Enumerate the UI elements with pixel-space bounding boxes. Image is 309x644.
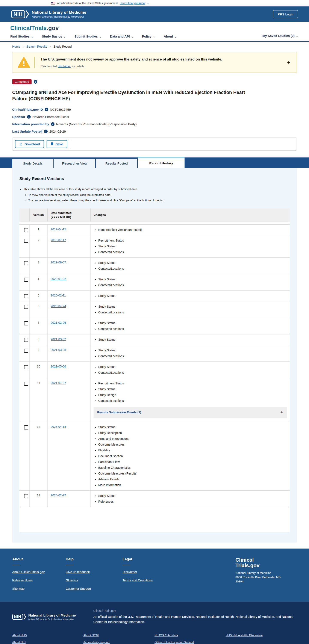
changes-list: Study StatusContacts/Locations — [94, 277, 287, 288]
arrow-right-icon: → — [296, 34, 299, 38]
footer-link[interactable]: Customer Support — [66, 587, 122, 590]
info-icon[interactable]: i — [27, 115, 31, 119]
tab-study-details[interactable]: Study Details — [12, 159, 54, 168]
footer-link[interactable]: Site Map — [12, 587, 66, 590]
nih-logo[interactable]: NIH National Library of Medicine Nationa… — [12, 613, 93, 620]
chevron-down-icon[interactable]: ⌄ — [147, 2, 149, 5]
sub-footer-link[interactable]: About NCBI — [84, 634, 155, 637]
divider — [66, 565, 74, 565]
table-row: 7 2021-02-26 Study StatusContacts/Locati… — [19, 318, 290, 334]
sub-footer-link[interactable]: About NIH — [12, 640, 84, 644]
disclaimer-title: The U.S. government does not review or a… — [40, 57, 222, 61]
version-date-link[interactable]: 2019-04-15 — [51, 228, 66, 231]
version-date-link[interactable]: 2021-07-07 — [51, 381, 66, 385]
record-history-panel: Study Record Versions This table shows a… — [12, 168, 297, 542]
table-row: 5 2020-02-11 Study Status — [19, 290, 290, 301]
footer-link[interactable]: Release Notes — [12, 578, 66, 582]
compare-checkbox[interactable] — [24, 382, 28, 386]
version-date-link[interactable]: 2020-01-22 — [51, 277, 66, 280]
nih-logo[interactable]: NIH National Library of Medicine Nationa… — [11, 10, 86, 18]
change-item: Contacts/Locations — [98, 370, 287, 375]
nav-menu-item[interactable]: About — [164, 34, 176, 38]
breadcrumb-separator: > — [49, 45, 51, 48]
nlm-link[interactable]: National Library of Medicine — [236, 615, 274, 618]
compare-checkbox[interactable] — [24, 239, 28, 243]
meta-label: Information provided by — [12, 122, 49, 126]
expand-banner-button[interactable]: + — [287, 60, 290, 66]
version-date-link[interactable]: 2021-03-25 — [51, 348, 66, 352]
breadcrumb-home-link[interactable]: Home — [12, 45, 20, 48]
nav-menu-item[interactable]: Find Studies — [10, 34, 33, 38]
save-button[interactable]: Save — [46, 140, 67, 148]
footer-link[interactable]: Disclaimer — [122, 570, 176, 574]
nih-link[interactable]: National Institutes of Health — [196, 615, 234, 618]
version-date-link[interactable]: 2023-04-18 — [51, 425, 66, 428]
version-date-link[interactable]: 2021-02-26 — [51, 321, 66, 324]
tab-researcher-view[interactable]: Researcher View — [54, 159, 95, 168]
tab-results-posted[interactable]: Results Posted — [96, 159, 137, 168]
compare-checkbox[interactable] — [24, 338, 28, 342]
version-date-link[interactable]: 2021-05-06 — [51, 365, 66, 368]
sub-footer-link[interactable]: HHS Vulnerability Disclosure — [226, 634, 297, 637]
compare-checkbox[interactable] — [24, 426, 28, 430]
compare-checkbox[interactable] — [24, 261, 28, 265]
results-submission-events-accordion[interactable]: Results Submission Events (1) + — [94, 407, 287, 418]
change-item: Recruitment Status — [98, 381, 287, 386]
disclaimer-link[interactable]: disclaimer — [58, 64, 71, 68]
version-date-link[interactable]: 2020-02-11 — [51, 294, 66, 297]
table-row: 9 2021-03-25 Study StatusContacts/Locati… — [19, 345, 290, 362]
prs-login-button[interactable]: PRS Login — [273, 10, 298, 18]
header-changes: Changes — [90, 208, 290, 222]
how-you-know-link[interactable]: Here's how you know — [120, 2, 145, 5]
sub-footer-link[interactable]: No FEAR Act data — [154, 634, 226, 637]
compare-checkbox[interactable] — [24, 365, 28, 369]
version-date-link[interactable]: 2020-04-24 — [51, 304, 66, 308]
info-icon[interactable]: i — [34, 80, 37, 84]
footer-link[interactable]: About ClinicalTrials.gov — [12, 570, 66, 574]
change-item: References — [98, 500, 287, 504]
footer-link[interactable]: Glossary — [66, 578, 122, 582]
version-date-link[interactable]: 2019-08-07 — [51, 261, 66, 264]
disclaimer-text-block: The U.S. government does not review or a… — [40, 57, 222, 68]
sub-footer-link-col: No FEAR Act dataOffice of the Inspector … — [154, 634, 226, 644]
disclaimer-body-suffix: for details. — [71, 64, 85, 68]
table-header: Version Date submitted (YYYY-MM-DD) Chan… — [19, 208, 290, 222]
compare-checkbox[interactable] — [24, 228, 28, 232]
meta-value: Novartis Pharmaceuticals — [32, 115, 69, 119]
sub-footer-link[interactable]: Office of the Inspector General — [154, 640, 226, 644]
nav-menu-item[interactable]: Data and API — [110, 34, 134, 38]
compare-checkbox[interactable] — [24, 494, 28, 498]
info-icon[interactable]: i — [45, 108, 48, 111]
nav-menu-item[interactable]: Study Basics — [42, 34, 66, 38]
info-icon[interactable]: i — [44, 130, 48, 133]
nav-menu-item[interactable]: Submit Studies — [74, 34, 101, 38]
compare-checkbox[interactable] — [24, 321, 28, 326]
change-item: Study Status — [98, 261, 287, 265]
footer-link[interactable]: Give us feedback — [66, 570, 122, 574]
version-date-link[interactable]: 2019-07-17 — [51, 238, 66, 242]
compare-checkbox[interactable] — [24, 348, 28, 353]
download-button[interactable]: Download — [15, 140, 44, 148]
tab-record-history[interactable]: Record History — [138, 158, 184, 168]
compare-checkbox[interactable] — [24, 305, 28, 309]
sub-footer-link[interactable]: About HHS — [12, 634, 84, 637]
table-spacer — [19, 222, 290, 224]
compare-checkbox[interactable] — [24, 294, 28, 298]
info-icon[interactable]: i — [51, 122, 54, 126]
footer-link-list: DisclaimerTerms and Conditions — [122, 570, 176, 582]
compare-checkbox[interactable] — [24, 278, 28, 282]
sub-footer-org-block: National Library of Medicine National Ce… — [28, 613, 76, 620]
sub-footer-link[interactable]: Accessibility support — [84, 640, 155, 644]
change-item: Outcome Measures (Results) — [98, 471, 287, 476]
footer-brand-block: Clinical Trials.gov National Library of … — [236, 557, 297, 595]
footer-link[interactable]: Terms and Conditions — [122, 578, 176, 582]
table-row: 12 2023-04-18 Study StatusStudy Descript… — [19, 422, 290, 490]
breadcrumb-search-results-link[interactable]: Search Results — [26, 45, 47, 48]
my-saved-studies-link[interactable]: My Saved Studies (0) → — [262, 34, 299, 38]
clinicaltrials-logo[interactable]: ClinicalTrials.gov — [10, 25, 299, 32]
version-date-link[interactable]: 2021-03-02 — [51, 338, 66, 341]
version-date-link[interactable]: 2024-02-27 — [51, 494, 66, 497]
hhs-link[interactable]: U.S. Department of Health and Human Serv… — [128, 615, 194, 618]
nav-menu-item[interactable]: Policy — [142, 34, 155, 38]
expand-accordion-icon[interactable]: + — [280, 410, 283, 415]
